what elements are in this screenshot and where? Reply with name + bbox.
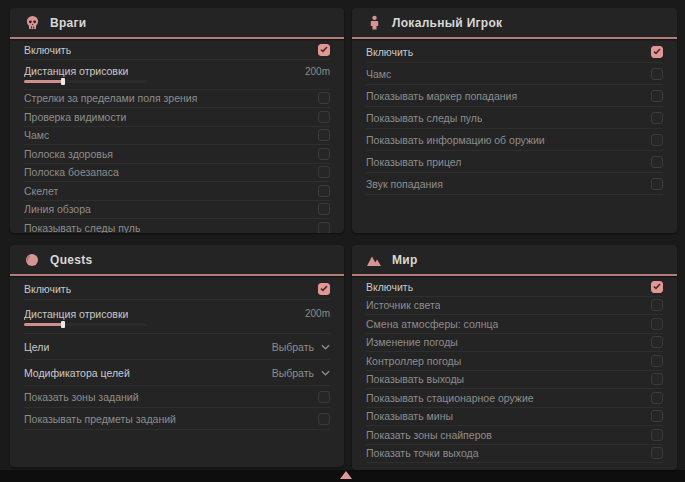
checkbox[interactable]	[318, 111, 330, 123]
checkbox[interactable]	[651, 410, 663, 422]
panel-enemies: Враги ВключитьДистанция отрисовки200mСтр…	[10, 8, 344, 233]
row-label: Показать зоны снайперов	[366, 429, 492, 441]
checkbox[interactable]	[651, 46, 663, 58]
row-toggle: Показывать мины	[366, 408, 663, 427]
row-toggle: Источник света	[366, 297, 663, 316]
row-toggle: Показывать выходы	[366, 371, 663, 390]
row-toggle: Смена атмосферы: солнца	[366, 315, 663, 334]
skull-icon	[24, 15, 40, 31]
checkbox[interactable]	[318, 129, 330, 141]
dropdown[interactable]: Выбрать	[272, 367, 330, 379]
row-toggle: Звук попадания	[366, 173, 663, 195]
row-label: Полоска здоровья	[24, 148, 113, 160]
row-label: Показывать маркер попадания	[366, 90, 517, 102]
checkbox[interactable]	[651, 68, 663, 80]
row-toggle: Показывать прицел	[366, 151, 663, 173]
panel-title: Локальный Игрок	[392, 16, 502, 30]
checkbox[interactable]	[318, 391, 330, 403]
checkbox[interactable]	[318, 166, 330, 178]
row-toggle: Показать зоны снайперов	[366, 426, 663, 445]
row-label: Дистанция отрисовки	[24, 308, 128, 320]
row-label: Проверка видимости	[24, 111, 126, 123]
row-label: Скелет	[24, 185, 58, 197]
slider-thumb[interactable]	[61, 321, 65, 328]
row-toggle: Скелет	[24, 182, 330, 201]
row-toggle: Проверка видимости	[24, 108, 330, 127]
row-toggle: Показывать предметы заданий	[24, 408, 330, 430]
row-label: Полоска боезапаса	[24, 166, 119, 178]
checkbox[interactable]	[318, 185, 330, 197]
panel-local-player: Локальный Игрок ВключитьЧамсПоказывать м…	[352, 8, 677, 233]
row-toggle: Полоска боезапаса	[24, 164, 330, 183]
row-toggle: Показывать следы пуль	[24, 219, 330, 233]
row-toggle: Включить	[366, 278, 663, 297]
checkbox[interactable]	[651, 429, 663, 441]
checkbox[interactable]	[651, 112, 663, 124]
sphere-icon	[24, 252, 40, 268]
checkbox[interactable]	[651, 156, 663, 168]
row-label: Изменение погоды	[366, 336, 458, 348]
row-toggle: Контроллер погоды	[366, 352, 663, 371]
panel-header: Враги	[10, 8, 344, 37]
row-label: Показывать предметы заданий	[24, 413, 176, 425]
checkbox[interactable]	[318, 203, 330, 215]
row-toggle: Показывать маркер попадания	[366, 85, 663, 107]
checkbox[interactable]	[318, 92, 330, 104]
row-label: Показывать стационарное оружие	[366, 392, 534, 404]
panel-title: Quests	[50, 253, 92, 267]
row-label: Контроллер погоды	[366, 355, 461, 367]
row-toggle: Линия обзора	[24, 201, 330, 220]
row-label: Показывать прицел	[366, 156, 461, 168]
dropdown[interactable]: Выбрать	[272, 341, 330, 353]
row-slider: Дистанция отрисовки200m	[24, 300, 330, 334]
checkbox[interactable]	[651, 299, 663, 311]
row-toggle: Стрелки за пределами поля зрения	[24, 90, 330, 109]
slider-thumb[interactable]	[61, 78, 65, 85]
row-label: Источник света	[366, 299, 440, 311]
cursor-triangle-icon	[340, 471, 352, 479]
row-toggle: Показать точки выхода	[366, 445, 663, 464]
slider[interactable]	[24, 323, 146, 326]
checkbox[interactable]	[318, 148, 330, 160]
row-label: Включить	[366, 281, 413, 293]
dropdown-value: Выбрать	[272, 341, 314, 353]
checkbox[interactable]	[651, 373, 663, 385]
row-dropdown: Модификатора целейВыбрать	[24, 360, 330, 386]
row-label: Чамс	[366, 68, 391, 80]
panel-title: Враги	[50, 16, 87, 30]
row-toggle: Включить	[24, 278, 330, 300]
mountains-icon	[366, 252, 382, 268]
checkbox[interactable]	[651, 336, 663, 348]
checkbox[interactable]	[651, 392, 663, 404]
row-label: Звук попадания	[366, 178, 443, 190]
dropdown-value: Выбрать	[272, 367, 314, 379]
checkbox[interactable]	[651, 355, 663, 367]
row-label: Модификатора целей	[24, 367, 130, 379]
person-icon	[366, 15, 382, 31]
chevron-down-icon	[321, 370, 330, 376]
row-toggle: Включить	[366, 41, 663, 63]
checkbox[interactable]	[651, 134, 663, 146]
checkbox[interactable]	[651, 90, 663, 102]
row-label: Включить	[24, 283, 71, 295]
slider-value: 200m	[305, 66, 330, 77]
checkbox[interactable]	[651, 318, 663, 330]
row-label: Цели	[24, 341, 49, 353]
checkbox[interactable]	[651, 281, 663, 293]
row-toggle: Включить	[24, 41, 330, 60]
checkbox[interactable]	[651, 447, 663, 459]
checkbox[interactable]	[318, 222, 330, 233]
row-label: Стрелки за пределами поля зрения	[24, 92, 197, 104]
checkbox[interactable]	[318, 44, 330, 56]
panel-world: Мир ВключитьИсточник светаСмена атмосфер…	[352, 245, 677, 470]
row-label: Показать точки выхода	[366, 447, 479, 459]
slider[interactable]	[24, 80, 146, 83]
checkbox[interactable]	[318, 413, 330, 425]
checkbox[interactable]	[318, 283, 330, 295]
row-dropdown: ЦелиВыбрать	[24, 334, 330, 360]
row-label: Дистанция отрисовки	[24, 65, 128, 77]
checkbox[interactable]	[651, 178, 663, 190]
row-label: Чамс	[24, 129, 49, 141]
panel-header: Quests	[10, 245, 344, 274]
row-slider: Дистанция отрисовки200m	[24, 60, 330, 90]
